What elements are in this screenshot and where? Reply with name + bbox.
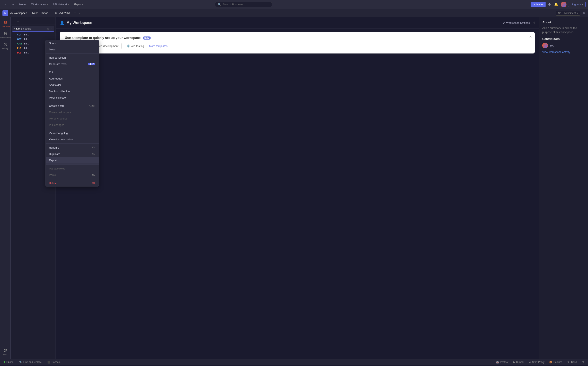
eye-icon[interactable]: 👁: [582, 11, 586, 15]
layout-button[interactable]: ⊞: [580, 360, 586, 364]
workspace-actions-icon: │: [28, 12, 30, 15]
cookies-button[interactable]: 🍪 Cookies: [548, 360, 564, 364]
import-button[interactable]: Import: [39, 11, 50, 15]
tab-actions: No Environment ▾ 👁: [556, 11, 586, 15]
workspace-icon: M: [2, 10, 8, 16]
about-desc: Add a summary to outline the purpose of …: [542, 26, 585, 34]
online-status[interactable]: Online: [2, 360, 15, 364]
nav-right: + Invite ⚙ 🔔 Upgrade ▾: [531, 2, 586, 7]
menu-item-monitor-collection[interactable]: Monitor collection: [46, 88, 99, 94]
request-item[interactable]: GET htt...: [11, 32, 55, 37]
method-delete-badge: DEL: [15, 51, 23, 54]
api-testing-button[interactable]: ⚙️ API testing: [124, 43, 147, 49]
menu-divider: [46, 164, 99, 165]
settings-button[interactable]: ⚙: [547, 2, 552, 7]
about-title: About: [542, 21, 585, 24]
collections-icon: [3, 21, 7, 25]
menu-item-view-documentation[interactable]: View documentation: [46, 136, 99, 143]
filter-button[interactable]: ☰: [16, 19, 19, 23]
context-menu: Share Move Run collection Generate tests…: [46, 40, 99, 186]
method-get-badge: GET: [15, 38, 23, 41]
more-panel-button[interactable]: ···: [50, 19, 54, 23]
new-button[interactable]: New: [31, 11, 39, 15]
notifications-button[interactable]: 🔔: [553, 2, 559, 7]
search-input[interactable]: [223, 3, 269, 6]
menu-divider: [46, 179, 99, 179]
environment-select[interactable]: No Environment ▾: [556, 11, 580, 15]
proxy-icon: ⇄: [529, 361, 531, 364]
search-icon: 🔍: [218, 3, 221, 6]
workspaces-button[interactable]: Workspaces ▾: [30, 2, 49, 7]
api-network-button[interactable]: API Network ▾: [51, 2, 71, 7]
menu-item-manage-roles: Manage roles: [46, 165, 99, 172]
close-banner-button[interactable]: ✕: [529, 35, 532, 39]
menu-item-export[interactable]: Export: [46, 157, 99, 164]
menu-item-add-request[interactable]: Add request: [46, 76, 99, 82]
cookies-icon: 🍪: [549, 361, 552, 364]
console-button[interactable]: ⬛ Console: [46, 360, 62, 364]
workspace-settings-button[interactable]: ⚙ Workspace Settings: [501, 20, 532, 26]
add-description-item[interactable]: 📝 Add Workspace Description: [60, 57, 535, 65]
sidebar-item-collections[interactable]: Collections: [0, 19, 10, 29]
back-button[interactable]: ←: [2, 2, 8, 7]
left-panel: + ☰ ··· ▾ lab-6-nodejs ☆ ··· GET htt... …: [11, 17, 56, 359]
tab-overview[interactable]: ◎ Overview: [52, 10, 73, 16]
menu-item-add-folder[interactable]: Add folder: [46, 82, 99, 88]
svg-rect-2: [4, 23, 7, 24]
menu-item-delete[interactable]: Delete ⌫: [46, 180, 99, 186]
pin-collections-item[interactable]: 📌 Pin Collections: [60, 65, 535, 73]
view-activity-link[interactable]: View workspace activity: [542, 50, 585, 53]
star-icon[interactable]: ☆: [47, 27, 49, 30]
sidebar-item-apps[interactable]: Apps: [0, 347, 10, 357]
top-nav: ← → Home Workspaces ▾ API Network ▾ Expl…: [0, 0, 588, 9]
invite-button[interactable]: + Invite: [531, 2, 546, 7]
postbot-button[interactable]: 🤖 Postbot: [494, 360, 510, 364]
menu-item-generate-tests[interactable]: Generate tests BETA: [46, 61, 99, 67]
workspace-person-icon: 👤: [60, 21, 64, 25]
paste-shortcut: ⌘V: [92, 174, 95, 176]
beta-badge: BETA: [88, 63, 95, 65]
menu-item-duplicate[interactable]: Duplicate ⌘D: [46, 151, 99, 157]
upgrade-chevron-icon: ▾: [582, 3, 583, 6]
runner-button[interactable]: ▶ Runner: [512, 360, 526, 364]
add-tab-button[interactable]: +: [73, 10, 77, 16]
content-section: 📝 Add Workspace Description 📌 Pin Collec…: [60, 57, 535, 73]
menu-item-move[interactable]: Move: [46, 46, 99, 53]
explore-button[interactable]: Explore: [73, 2, 85, 7]
collection-more-button[interactable]: ···: [50, 27, 53, 30]
avatar[interactable]: [561, 2, 566, 7]
right-panel: About Add a summary to outline the purpo…: [539, 17, 588, 359]
menu-item-mock-collection[interactable]: Mock collection: [46, 94, 99, 101]
menu-item-edit[interactable]: Edit: [46, 69, 99, 76]
collection-item[interactable]: ▾ lab-6-nodejs ☆ ···: [12, 26, 54, 31]
svg-rect-1: [6, 21, 7, 23]
contributors-title: Contributors: [542, 37, 585, 41]
menu-item-share[interactable]: Share: [46, 40, 99, 46]
console-icon: ⬛: [47, 361, 50, 364]
svg-rect-10: [6, 351, 7, 352]
delete-shortcut: ⌫: [92, 182, 95, 184]
trash-button[interactable]: 🗑 Trash: [566, 360, 579, 364]
menu-item-view-changelog[interactable]: View changelog: [46, 130, 99, 136]
contributor-name: You: [550, 44, 554, 47]
overview-icon: ◎: [55, 11, 57, 14]
info-button[interactable]: ℹ: [534, 21, 535, 25]
start-proxy-button[interactable]: ⇄ Start Proxy: [527, 360, 546, 364]
duplicate-shortcut: ⌘D: [92, 153, 95, 155]
find-replace-button[interactable]: 🔍 Find and replace: [18, 360, 43, 364]
menu-item-create-fork[interactable]: Create a fork ⌥⌘F: [46, 103, 99, 109]
upgrade-button[interactable]: Upgrade ▾: [568, 2, 586, 7]
menu-divider: [46, 53, 99, 54]
menu-item-rename[interactable]: Rename ⌘E: [46, 145, 99, 151]
menu-item-run-collection[interactable]: Run collection: [46, 54, 99, 61]
workspace-label: My Workspace: [9, 11, 27, 15]
workspaces-chevron-icon: ▾: [47, 3, 48, 6]
home-button[interactable]: Home: [18, 2, 28, 7]
sidebar-item-environments[interactable]: Environments: [0, 30, 10, 40]
forward-button[interactable]: →: [10, 2, 16, 7]
add-collection-button[interactable]: +: [13, 19, 15, 23]
sidebar-item-history[interactable]: History: [0, 41, 10, 51]
more-tabs-button[interactable]: ···: [77, 11, 81, 15]
more-templates-button[interactable]: More templates: [149, 43, 168, 49]
search-bar[interactable]: 🔍: [215, 2, 272, 7]
